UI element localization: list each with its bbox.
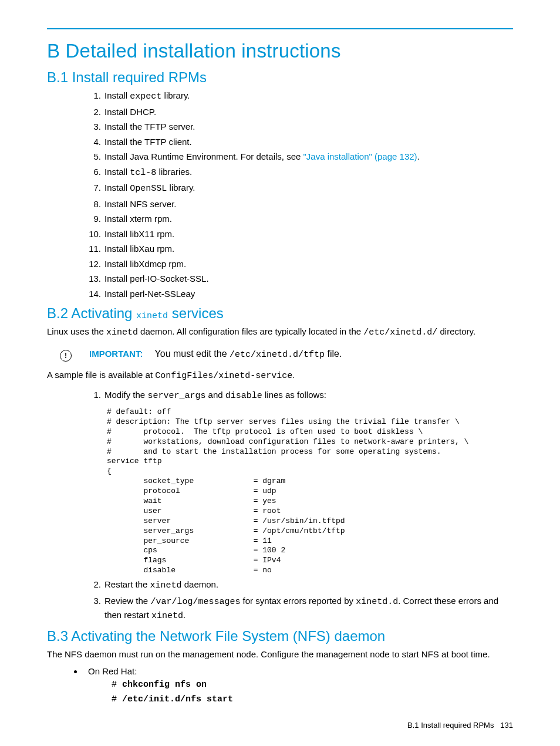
text-fragment: Install the TFTP server. — [104, 121, 195, 131]
code-fragment: xinetd — [151, 611, 183, 621]
text-fragment: Install — [104, 183, 130, 193]
list-item: Install libX11 rpm. — [88, 228, 513, 241]
text-fragment: Install NFS server. — [104, 199, 177, 209]
text-fragment: Install perl-Net-SSLeay — [104, 289, 195, 299]
text-fragment: B.2 Activating — [47, 305, 136, 321]
top-rule — [47, 28, 513, 29]
code-fragment: xinetd — [106, 328, 138, 337]
prompt: # — [112, 680, 122, 690]
list-item: Install xterm rpm. — [88, 212, 513, 226]
list-item: Install OpenSSL library. — [88, 181, 513, 196]
text-fragment: services — [168, 305, 224, 321]
important-label: IMPORTANT: — [89, 349, 143, 359]
xinetd-config-code: # default: off # description: The tftp s… — [107, 407, 513, 576]
list-item: Restart the xinetd daemon. — [88, 578, 513, 593]
text-fragment: daemon. All configuration files are typi… — [138, 326, 363, 336]
code-fragment: disable — [225, 391, 262, 401]
list-item: Modify the server_args and disable lines… — [88, 389, 513, 403]
list-item: Install libXau rpm. — [88, 242, 513, 256]
prompt: # — [112, 694, 122, 704]
page-footer: B.1 Install required RPMs 131 — [407, 721, 513, 730]
page-container: B Detailed installation instructions B.1… — [0, 0, 560, 746]
text-fragment: Install — [104, 90, 130, 100]
list-item: Install the TFTP server. — [88, 120, 513, 134]
text-fragment: Linux uses the — [47, 326, 106, 336]
code-fragment: xinetd.d — [356, 597, 398, 607]
text-fragment: Modify the — [104, 390, 147, 400]
command-text: /etc/init.d/nfs start — [122, 694, 233, 704]
code-fragment: xinetd — [136, 311, 168, 321]
list-item: Install Java Runtime Environment. For de… — [88, 150, 513, 164]
code-fragment: /var/log/messages — [150, 597, 240, 607]
code-fragment: xinetd — [150, 580, 182, 590]
section-b1-heading: B.1 Install required RPMs — [47, 69, 513, 86]
text-fragment: Install DHCP. — [104, 107, 156, 117]
text-fragment: Install the TFTP client. — [104, 137, 192, 147]
command-line: # /etc/init.d/nfs start — [112, 694, 513, 704]
important-icon: ! — [60, 350, 72, 362]
list-item: Install perl-IO-Socket-SSL. — [88, 272, 513, 286]
text-fragment: libraries. — [156, 167, 192, 177]
text-fragment: . — [292, 370, 295, 380]
important-body: IMPORTANT: You must edit the /etc/xinetd… — [89, 349, 342, 360]
code-fragment: ConfigFiles/xinetd-service — [155, 371, 292, 381]
b3-bullets: On Red Hat: # chkconfig nfs on # /etc/in… — [47, 666, 513, 704]
list-item: Install libXdmcp rpm. — [88, 258, 513, 271]
text-fragment: . — [183, 610, 185, 620]
list-item: Install perl-Net-SSLeay — [88, 288, 513, 301]
appendix-title: B Detailed installation instructions — [47, 40, 513, 62]
text-fragment: and — [205, 390, 225, 400]
text-fragment: directory. — [437, 326, 475, 336]
code-fragment: /etc/xinetd.d/ — [363, 328, 437, 337]
text-fragment: file. — [325, 349, 342, 359]
section-b2-heading: B.2 Activating xinetd services — [47, 305, 513, 322]
text-fragment: . — [417, 151, 420, 161]
code-fragment: server_args — [147, 391, 205, 401]
b2-steps-cont: Restart the xinetd daemon. Review the /v… — [47, 578, 513, 623]
text-fragment: Install perl-IO-Socket-SSL. — [104, 274, 209, 283]
list-item: Install the TFTP client. — [88, 136, 513, 149]
list-item: On Red Hat: # chkconfig nfs on # /etc/in… — [83, 666, 513, 704]
code-fragment: tcl-8 — [130, 168, 156, 178]
command-line: # chkconfig nfs on — [112, 680, 513, 690]
cross-reference-link[interactable]: "Java installation" (page 132) — [303, 151, 417, 161]
text-fragment: Install libX11 rpm. — [104, 229, 174, 239]
code-fragment: OpenSSL — [130, 184, 167, 194]
text-fragment: Restart the — [104, 579, 150, 589]
text-fragment: library. — [167, 183, 195, 193]
text-fragment: for syntax errors reported by — [240, 596, 356, 606]
code-fragment: expect — [130, 92, 161, 102]
b2-intro: Linux uses the xinetd daemon. All config… — [47, 325, 513, 339]
text-fragment: A sample file is available at — [47, 370, 155, 380]
b2-sample-note: A sample file is available at ConfigFile… — [47, 369, 513, 383]
rpm-install-list: Install expect library.Install DHCP.Inst… — [47, 89, 513, 301]
important-callout: ! IMPORTANT: You must edit the /etc/xine… — [47, 349, 513, 362]
text-fragment: lines as follows: — [262, 390, 326, 400]
command-block: # chkconfig nfs on # /etc/init.d/nfs sta… — [112, 680, 513, 704]
text-fragment: Install libXdmcp rpm. — [104, 259, 186, 269]
text-fragment: On Red Hat: — [88, 666, 137, 676]
section-b3-heading: B.3 Activating the Network File System (… — [47, 628, 513, 644]
text-fragment: library. — [161, 90, 190, 100]
b2-steps: Modify the server_args and disable lines… — [47, 389, 513, 403]
command-text: chkconfig nfs on — [122, 680, 207, 690]
list-item: Install expect library. — [88, 89, 513, 104]
list-item: Review the /var/log/messages for syntax … — [88, 595, 513, 623]
footer-page-number: 131 — [500, 721, 513, 730]
text-fragment: Install — [104, 167, 130, 177]
text-fragment: daemon. — [182, 579, 219, 589]
text-fragment: Install Java Runtime Environment. For de… — [104, 151, 303, 161]
text-fragment: Install libXau rpm. — [104, 244, 174, 254]
list-item: Install NFS server. — [88, 198, 513, 211]
text-fragment: Install xterm rpm. — [104, 214, 172, 224]
b3-intro: The NFS daemon must run on the managemen… — [47, 648, 513, 661]
text-fragment: You must edit the — [155, 349, 230, 359]
footer-section-label: B.1 Install required RPMs — [407, 721, 494, 730]
list-item: Install tcl-8 libraries. — [88, 166, 513, 180]
list-item: Install DHCP. — [88, 106, 513, 119]
code-fragment: /etc/xinetd.d/tftp — [230, 350, 325, 360]
text-fragment: Review the — [104, 596, 150, 606]
